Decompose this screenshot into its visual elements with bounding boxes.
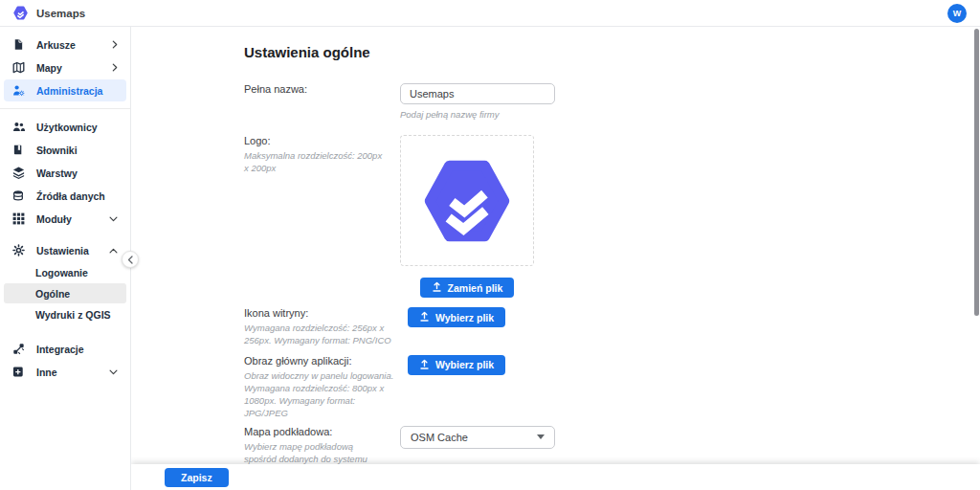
base-map-row: Mapa podkładowa: Wybierz mapę podkładową… [244, 426, 980, 464]
logo-helper: Maksymalna rozdzielczość: 200px x 200px [244, 149, 387, 175]
full-name-label: Pełna nazwa: [244, 83, 387, 95]
sidebar-item-label: Moduły [36, 213, 72, 225]
sidebar-item-uzytkownicy[interactable]: Użytkownicy [4, 116, 126, 138]
base-map-label: Mapa podkładowa: [244, 426, 387, 437]
base-map-helper: Wybierz mapę podkładową spośród dodanych… [244, 440, 387, 464]
grid-icon [12, 212, 27, 225]
brand[interactable]: Usemaps [13, 6, 85, 20]
sidebar-item-label: Arkusze [36, 39, 76, 51]
gear-icon [12, 244, 27, 256]
sidebar-gap [0, 231, 130, 238]
sidebar-item-inne[interactable]: Inne [4, 361, 126, 383]
usemaps-logo-icon [13, 6, 28, 20]
book-icon [12, 144, 27, 156]
sidebar-item-label: Ustawienia [36, 245, 89, 256]
footer-bar: Zapisz [131, 464, 980, 490]
sidebar-item-label: Integracje [36, 344, 84, 355]
upload-icon [419, 359, 430, 371]
layers-icon [12, 167, 27, 179]
user-avatar[interactable]: W [947, 4, 967, 23]
choose-main-image-button[interactable]: Wybierz plik [408, 355, 505, 375]
upload-icon [419, 311, 430, 323]
sidebar-item-moduly[interactable]: Moduły [4, 208, 126, 230]
chevron-left-icon [127, 256, 133, 264]
sidebar-item-administracja[interactable]: Administracja [4, 79, 126, 101]
sidebar-item-arkusze[interactable]: Arkusze [4, 33, 126, 56]
logo-row: Logo: Maksymalna rozdzielczość: 200px x … [244, 135, 980, 298]
sidebar-item-label: Administracja [36, 85, 102, 97]
logo-preview [400, 135, 534, 266]
sidebar-item-slowniki[interactable]: Słowniki [4, 139, 126, 161]
base-map-select[interactable]: OSM Cache [400, 426, 555, 449]
map-icon [12, 61, 27, 74]
chevron-right-icon [112, 40, 118, 49]
settings-content: Ustawienia ogólne Pełna nazwa: Podaj peł… [131, 27, 980, 464]
plug-icon [12, 343, 27, 355]
user-gear-icon [12, 84, 27, 97]
sidebar-item-label: Warstwy [36, 167, 78, 179]
top-bar: Usemaps W [0, 0, 980, 27]
sidebar-item-warstwy[interactable]: Warstwy [4, 162, 126, 184]
plus-square-icon [12, 366, 27, 378]
logo-label: Logo: [244, 135, 387, 146]
sidebar-item-label: Słowniki [36, 145, 78, 156]
chevron-down-icon [537, 434, 545, 439]
sidebar-nav: ArkuszeMapyAdministracjaUżytkownicySłown… [0, 33, 130, 383]
database-icon [12, 189, 27, 202]
chevron-down-icon [109, 216, 118, 222]
page-title: Ustawienia ogólne [244, 44, 980, 60]
sidebar-gap [0, 325, 130, 337]
full-name-helper: Podaj pełną nazwę firmy [400, 109, 555, 120]
base-map-selected-value: OSM Cache [411, 432, 468, 443]
full-name-input[interactable] [400, 83, 555, 104]
sidebar-item-ustawienia[interactable]: Ustawienia [4, 239, 126, 261]
users-icon [12, 121, 27, 133]
upload-icon [432, 281, 442, 294]
sidebar-item-zrodla-danych[interactable]: Źródła danych [4, 185, 126, 207]
sidebar-subitem-ogolne[interactable]: Ogólne [4, 283, 126, 303]
usemaps-logo-image [423, 157, 511, 245]
file-icon [12, 38, 27, 51]
vertical-scrollbar[interactable] [974, 29, 979, 316]
chevron-right-icon [112, 63, 118, 72]
sidebar-item-label: Mapy [36, 62, 62, 74]
sidebar-collapse-button[interactable] [122, 251, 139, 268]
sidebar-item-label: Użytkownicy [36, 122, 98, 133]
choose-site-icon-button[interactable]: Wybierz plik [408, 307, 505, 327]
site-icon-helper: Wymagana rozdzielczość: 256px x 256px. W… [244, 322, 401, 347]
sidebar-divider [0, 108, 130, 109]
brand-name: Usemaps [36, 8, 85, 19]
sidebar-subitem-wydruki-z-qgis[interactable]: Wydruki z QGIS [4, 304, 126, 324]
sidebar-item-mapy[interactable]: Mapy [4, 56, 126, 78]
sidebar-item-label: Źródła danych [36, 190, 105, 202]
main-image-helper: Obraz widoczny w panelu logowania. Wymag… [244, 369, 401, 420]
replace-file-button[interactable]: Zamień plik [420, 278, 515, 298]
full-name-row: Pełna nazwa: Podaj pełną nazwę firmy [244, 83, 980, 120]
sidebar-item-integracje[interactable]: Integracje [4, 338, 126, 360]
sidebar-item-label: Inne [36, 367, 57, 378]
main-image-row: Obraz główny aplikacji: Obraz widoczny w… [244, 355, 980, 420]
main-image-label: Obraz główny aplikacji: [244, 355, 401, 367]
save-button[interactable]: Zapisz [165, 468, 229, 487]
sidebar: ArkuszeMapyAdministracjaUżytkownicySłown… [0, 27, 131, 490]
chevron-up-icon [109, 248, 118, 254]
chevron-down-icon [109, 369, 118, 375]
site-icon-label: Ikona witryny: [244, 307, 401, 319]
site-icon-row: Ikona witryny: Wymagana rozdzielczość: 2… [244, 307, 980, 347]
sidebar-subitem-logowanie[interactable]: Logowanie [4, 262, 126, 282]
